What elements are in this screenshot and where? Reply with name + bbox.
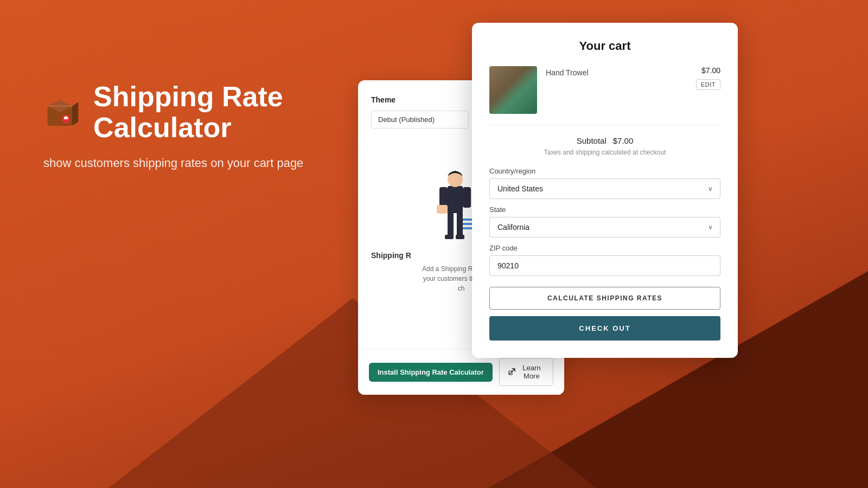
app-icon [43,88,80,137]
zip-label: ZIP code [489,244,720,252]
price-edit-col: $7.00 EDIT [693,66,720,90]
cart-item-details: Hand Trowel [546,66,685,77]
svg-marker-2 [72,102,78,126]
app-icon-wrapper: Shipping Rate Calculator [43,81,347,143]
state-section: State California [489,206,720,237]
subtotal-label: Subtotal [577,136,607,145]
calculate-button[interactable]: CALCULATE SHIPPING RATES [489,287,720,310]
svg-rect-18 [437,205,448,214]
svg-rect-15 [456,235,464,239]
svg-rect-14 [445,235,454,239]
state-select-wrapper: California [489,217,720,237]
svg-rect-12 [448,212,454,236]
edit-button[interactable]: EDIT [696,79,720,90]
learn-more-label: Learn More [519,364,544,380]
country-section: Country/region United States [489,167,720,199]
left-content: Shipping Rate Calculator show customers … [43,81,347,172]
subtotal-value: $7.00 [613,136,634,145]
svg-rect-10 [448,186,463,213]
cart-item-name: Hand Trowel [546,68,685,77]
svg-rect-16 [439,187,448,208]
zip-input[interactable] [489,255,720,276]
tax-note: Taxes and shipping calculated at checkou… [489,149,720,156]
cart-card: Your cart Hand Trowel $7.00 EDIT Subtota… [472,23,738,358]
checkout-button[interactable]: CHECK OUT [489,316,720,341]
state-label: State [489,206,720,214]
trowel-image-bg [489,66,537,114]
country-select[interactable]: United States [489,178,720,199]
cart-item-price: $7.00 [693,66,720,75]
theme-select-display[interactable]: Debut (Published) [371,111,469,129]
svg-rect-17 [463,187,471,208]
install-button[interactable]: Install Shipping Rate Calculator [369,363,493,382]
app-title: Shipping Rate Calculator [93,81,347,143]
country-select-wrapper: United States [489,178,720,199]
learn-more-button[interactable]: Learn More [499,358,553,386]
cart-title: Your cart [489,39,720,53]
country-label: Country/region [489,167,720,175]
state-select[interactable]: California [489,217,720,237]
cart-item-image [489,66,537,114]
cart-subtotal: Subtotal $7.00 [489,136,720,145]
svg-rect-13 [457,212,463,236]
app-subtitle: show customers shipping rates on your ca… [43,154,347,172]
cart-item: Hand Trowel $7.00 EDIT [489,66,720,125]
external-link-icon [508,368,516,377]
zip-section: ZIP code [489,244,720,276]
